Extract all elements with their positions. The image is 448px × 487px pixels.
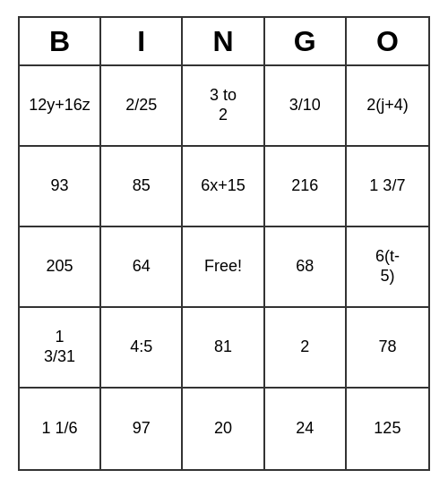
- bingo-cell-7: 6x+15: [183, 147, 264, 227]
- header-cell-b: B: [20, 18, 101, 64]
- bingo-cell-15: 1 3/31: [20, 308, 101, 389]
- bingo-cell-10: 205: [20, 227, 101, 308]
- bingo-cell-19: 78: [347, 308, 428, 389]
- bingo-cell-12: Free!: [183, 227, 264, 308]
- bingo-cell-22: 20: [183, 389, 264, 469]
- bingo-cell-23: 24: [265, 389, 347, 469]
- bingo-cell-18: 2: [265, 308, 347, 389]
- bingo-grid: 12y+16z2/253 to 23/102(j+4)93856x+152161…: [20, 66, 428, 469]
- bingo-cell-24: 125: [347, 389, 428, 469]
- bingo-header: BINGO: [20, 18, 428, 66]
- bingo-cell-17: 81: [183, 308, 264, 389]
- bingo-cell-5: 93: [20, 147, 101, 227]
- header-cell-g: G: [265, 18, 347, 64]
- bingo-card: BINGO 12y+16z2/253 to 23/102(j+4)93856x+…: [18, 16, 430, 471]
- bingo-cell-20: 1 1/6: [20, 389, 101, 469]
- bingo-cell-6: 85: [101, 147, 183, 227]
- bingo-cell-1: 2/25: [101, 66, 183, 147]
- bingo-cell-4: 2(j+4): [347, 66, 428, 147]
- header-cell-o: O: [347, 18, 428, 64]
- bingo-cell-2: 3 to 2: [183, 66, 264, 147]
- bingo-cell-9: 1 3/7: [347, 147, 428, 227]
- bingo-cell-0: 12y+16z: [20, 66, 101, 147]
- bingo-cell-8: 216: [265, 147, 347, 227]
- header-cell-n: N: [183, 18, 264, 64]
- bingo-cell-16: 4:5: [101, 308, 183, 389]
- bingo-cell-13: 68: [265, 227, 347, 308]
- bingo-cell-21: 97: [101, 389, 183, 469]
- header-cell-i: I: [101, 18, 183, 64]
- bingo-cell-11: 64: [101, 227, 183, 308]
- bingo-cell-14: 6(t- 5): [347, 227, 428, 308]
- bingo-cell-3: 3/10: [265, 66, 347, 147]
